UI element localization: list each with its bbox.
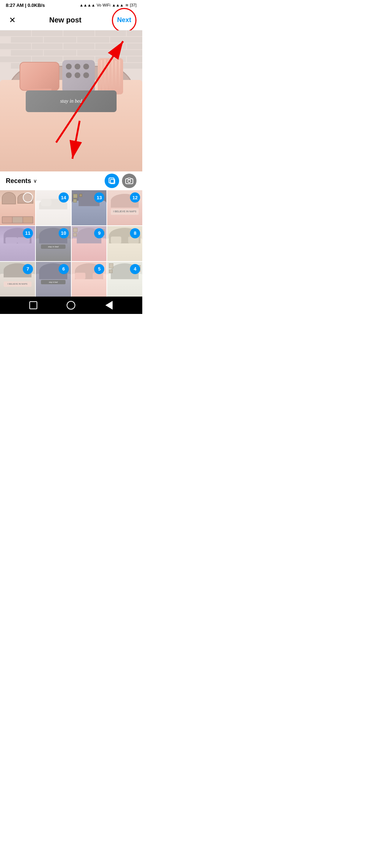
stay-in-bed-pillow: stay in bed [26,90,117,112]
page-wrapper: 8:27 AM | 0.0KB/s ▲▲▲▲ Vo WiFi ▲▲▲ ≋ [37… [0,0,142,314]
photo-number-11: 11 [23,228,33,238]
bed-scene: stay in bed [0,30,142,171]
stayin-sign-6: stay in bed [41,280,66,284]
photo-number-12: 12 [130,192,140,203]
wifi2-icon: ≋ [125,3,129,8]
photo-number-9: 9 [94,228,104,238]
pillow-pink-left [20,62,59,91]
photo-number-6: 6 [59,264,69,274]
photo-cell-7[interactable]: I BELIEVE IN NAPS 7 [0,262,35,297]
photo-select-circle-1 [23,192,33,203]
nav-home-button[interactable] [64,299,77,312]
status-time: 8:27 AM | 0.0KB/s [6,3,45,8]
gallery-actions [105,174,136,188]
multi-select-icon [108,177,116,185]
nav-square-icon [29,301,37,309]
pillow-fluffy-pink [98,58,123,94]
photo-cell-14[interactable]: 14 [36,190,71,225]
photo-cell-12[interactable]: I BELIEVE IN NAPS 12 [107,190,142,225]
photo-number-4: 4 [130,264,140,274]
stayin-text: stay in bed [60,98,82,104]
status-icons: ▲▲▲▲ Vo WiFi ▲▲▲ ≋ [37] [79,3,136,8]
close-button[interactable]: ✕ [6,14,19,27]
photo-grid: 14 13 I BELIEVE IN NAPS [0,190,142,297]
photo-cell-13[interactable]: 13 [72,190,107,225]
photo-cell-4[interactable]: 4 [107,262,142,297]
photo-cell-5[interactable]: 5 [72,262,107,297]
nav-square-button[interactable] [27,299,40,312]
recents-label: Recents [6,177,31,185]
nav-bar [0,297,142,314]
stayin-sign-10: stay in bed [41,244,66,249]
naps-sign-12: I BELIEVE IN NAPS [111,209,139,214]
next-button[interactable]: Next [112,8,136,33]
photo-cell-6[interactable]: stay in bed 6 [36,262,71,297]
naps-sign-7: I BELIEVE IN NAPS [4,281,31,287]
recents-folder-button[interactable]: Recents ∨ [6,177,37,185]
camera-icon [125,177,133,185]
photo-number-14: 14 [59,192,69,203]
top-bar: ✕ New post Next [0,10,142,30]
nav-back-icon [105,301,113,310]
photo-number-5: 5 [94,264,104,274]
photo-cell-8[interactable]: 8 [107,226,142,261]
camera-button[interactable] [122,174,136,188]
photo-cell-9[interactable]: 9 [72,226,107,261]
gallery-section: Recents ∨ [0,171,142,297]
photo-cell-10[interactable]: stay in bed 10 [36,226,71,261]
next-label: Next [117,16,131,24]
nav-back-button[interactable] [102,299,115,312]
main-preview-image: stay in bed [0,30,142,171]
photo-number-8: 8 [130,228,140,238]
chevron-down-icon: ∨ [33,178,37,184]
page-title: New post [49,16,81,24]
photo-cell-11[interactable]: 11 [0,226,35,261]
signal-icon: ▲▲▲▲ [79,3,95,7]
photo-number-7: 7 [23,264,33,274]
svg-point-6 [128,180,131,183]
close-icon: ✕ [9,16,16,25]
battery-icon: [37] [130,3,136,7]
vo-wifi-label: Vo WiFi [97,3,110,7]
photo-number-10: 10 [59,228,69,238]
pillow-gray-dots [62,60,95,93]
nav-home-icon [67,301,75,310]
photo-cell-1[interactable] [0,190,35,225]
svg-rect-3 [109,178,114,183]
wifi-icon: ▲▲▲ [112,3,124,7]
gallery-header: Recents ∨ [0,171,142,190]
multi-select-button[interactable] [105,174,119,188]
